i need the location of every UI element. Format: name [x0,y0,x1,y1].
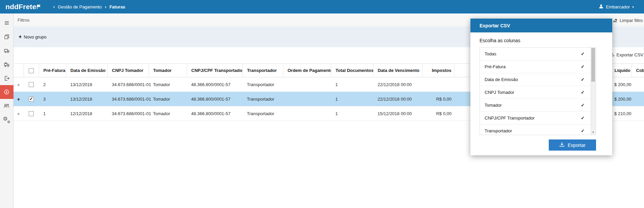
column-option-label: CNPJ/CPF Transportador [485,115,535,121]
cell-impostos: R$ 0,00 [422,92,454,106]
cell-cnpj-cpf-transportador: 48.366.800/0001-57 [187,92,242,106]
col-liquido[interactable]: Líquido [610,64,632,77]
cell-liquido: $ 200,00 [610,92,632,106]
col-impostos-label: Impostos [432,68,452,73]
select-all-header [24,64,39,77]
col-transportador[interactable]: Transportador [242,64,283,77]
cell-cobranca [632,106,644,121]
col-transportador-label: Transportador [247,68,277,73]
export-csv-modal: Exportar CSV Escolha as colunas Todas ✓ … [470,19,612,155]
modal-title: Exportar CSV [480,23,510,28]
col-ordem-pagamento[interactable]: Ordem de Pagamento [283,64,331,77]
scrollbar-thumb[interactable] [591,48,595,82]
expand-row-button[interactable]: + [14,106,24,121]
column-option-label: Tomador [485,103,502,108]
col-pre-fatura-label: Pré-Fatura [44,68,66,73]
scrollbar-down-arrow[interactable]: ▼ [591,130,595,134]
col-tomador[interactable]: Tomador [149,64,187,77]
col-impostos[interactable]: Impostos [422,64,454,77]
col-data-emissao[interactable]: Data de Emissão↓ [66,64,107,77]
menu-icon[interactable] [0,16,14,30]
column-option-data-emissao[interactable]: Data de Emissão ✓ [480,73,591,86]
column-option-transportador[interactable]: Transportador ✓ [480,125,591,135]
row-checkbox[interactable] [29,111,34,116]
new-group-button[interactable]: + Novo grupo [19,34,47,40]
cell-impostos: R$ 0,00 [422,106,454,121]
documents-icon[interactable] [0,30,14,44]
check-icon: ✓ [581,90,585,95]
export-csv-button[interactable]: Exportar CSV [610,52,643,58]
col-total-documentos[interactable]: Total Documentos [331,64,373,77]
column-option-label: Todas [485,51,496,56]
app-logo-text: nddFrete [5,3,36,11]
expand-row-button[interactable]: + [14,77,24,92]
breadcrumb-gestao-pagamento[interactable]: Gestão de Pagamento [58,4,102,9]
cell-cnpj-tomador: 34.673.686/0001-01 [107,106,149,121]
clear-filter-button[interactable]: Limpar filtro [613,15,643,26]
truck-icon[interactable] [0,44,14,57]
row-checkbox[interactable] [29,82,34,87]
cell-ordem-pagamento [283,77,331,92]
cell-data-emissao: 13/12/2018 [66,77,107,92]
select-all-checkbox[interactable] [29,68,34,73]
col-tomador-label: Tomador [153,68,172,73]
modal-scrollbar[interactable]: ▼ [591,47,596,135]
column-option-label: Pré-Fatura [485,64,506,69]
cell-cnpj-cpf-transportador: 48.366.800/0001-57 [187,77,242,92]
cell-pre-fatura: 2 [39,77,66,92]
modal-export-label: Exportar [568,142,586,148]
check-icon: ✓ [581,77,585,82]
column-option-cnpj-tomador[interactable]: CNPJ Tomador ✓ [480,86,591,99]
check-icon: ✓ [581,103,585,108]
sidebar: $ ⚙⚙ [0,14,14,208]
app-logo[interactable]: nddFrete [5,3,41,11]
col-cnpj-tomador[interactable]: CNPJ Tomador [107,64,149,77]
expand-row-button[interactable]: + [14,92,24,106]
check-icon: ✓ [581,64,585,69]
column-option-todas[interactable]: Todas ✓ [480,48,591,60]
cell-data-vencimento: 22/12/2018 00:00 [373,92,422,106]
col-pre-fatura[interactable]: Pré-Fatura [39,64,66,77]
col-data-emissao-label: Data de Emissão [71,68,106,73]
user-menu[interactable]: Embarcador ▾ [599,4,634,10]
breadcrumb: › Gestão de Pagamento › Faturas [50,4,125,9]
col-cobranca[interactable]: Cobra [632,64,644,77]
cell-pre-fatura: 3 [39,92,66,106]
cell-cnpj-tomador: 34.673.686/0001-01 [107,77,149,92]
cell-transportador: Transportador [242,77,283,92]
cell-total-documentos: 1 [331,77,373,92]
modal-export-button[interactable]: Exportar [549,139,596,151]
cell-ordem-pagamento [283,106,331,121]
column-option-pre-fatura[interactable]: Pré-Fatura ✓ [480,60,591,73]
cell-data-vencimento: 22/12/2018 00:00 [373,77,422,92]
export-csv-label: Exportar CSV [617,52,643,57]
col-data-vencimento-label: Data de Vencimento [378,68,420,73]
cell-impostos [422,77,454,92]
plus-icon: + [19,34,22,40]
column-option-cnpj-cpf-transportador[interactable]: CNPJ/CPF Transportador ✓ [480,112,591,125]
cell-total-documentos: 1 [331,106,373,121]
top-bar: nddFrete › Gestão de Pagamento › Faturas… [0,0,644,14]
cell-data-emissao: 13/12/2018 [66,92,107,106]
settings-gears-icon[interactable]: ⚙⚙ [0,113,14,127]
breadcrumb-faturas[interactable]: Faturas [109,4,125,9]
delivery-truck-icon[interactable] [0,57,14,71]
column-list: Todas ✓ Pré-Fatura ✓ Data de Emissão ✓ C… [480,47,591,135]
column-list-container: Todas ✓ Pré-Fatura ✓ Data de Emissão ✓ C… [480,47,596,135]
column-option-tomador[interactable]: Tomador ✓ [480,99,591,112]
col-data-vencimento[interactable]: Data de Vencimento [373,64,422,77]
user-menu-label: Embarcador [606,4,630,9]
row-checkbox[interactable] [29,97,34,102]
row-checkbox-cell [24,92,39,106]
export-icon[interactable] [0,71,14,85]
download-icon [559,142,565,148]
chevron-down-icon: ▾ [632,5,634,9]
col-cnpj-cpf-transportador[interactable]: CNPJ/CPF Transportador [187,64,242,77]
users-icon[interactable] [0,99,14,113]
cell-cnpj-cpf-transportador: 48.366.800/0001-57 [187,106,242,121]
clear-filter-label: Limpar filtro [620,18,643,23]
cell-cobranca [632,77,644,92]
payment-icon[interactable]: $ [0,85,14,99]
cell-cnpj-tomador: 34.673.686/0001-01 [107,92,149,106]
column-option-label: Data de Emissão [485,77,518,82]
